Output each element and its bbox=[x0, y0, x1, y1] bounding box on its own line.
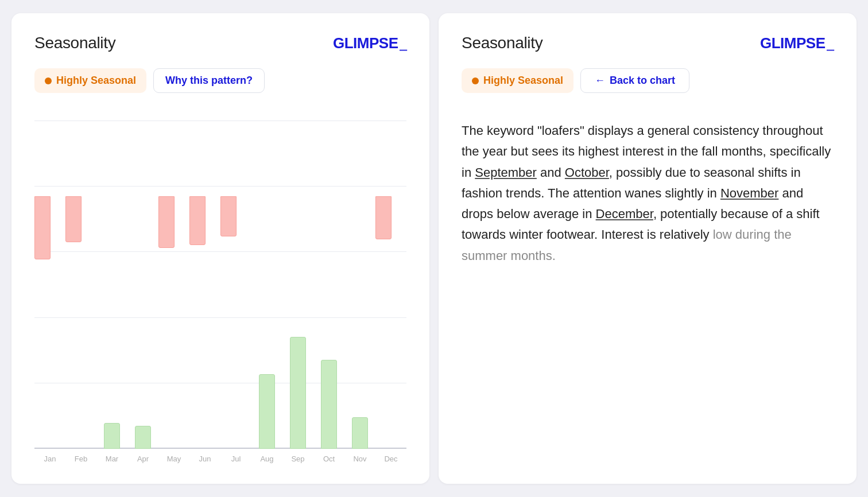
bar bbox=[189, 196, 206, 245]
bar-group bbox=[96, 196, 127, 449]
month-labels: JanFebMarAprMayJunJulAugSepOctNovDec bbox=[34, 455, 406, 463]
month-label: Apr bbox=[127, 455, 158, 463]
bar-group bbox=[344, 196, 375, 449]
right-seasonal-label: Highly Seasonal bbox=[483, 75, 563, 87]
bar-group bbox=[158, 196, 189, 449]
month-label: Feb bbox=[65, 455, 96, 463]
left-card-title: Seasonality bbox=[34, 34, 115, 52]
bar-group bbox=[127, 196, 158, 449]
bar bbox=[375, 196, 392, 239]
bar-group bbox=[220, 196, 251, 449]
right-glimpse-logo: GLIMPSE⎯ bbox=[760, 34, 834, 52]
bar bbox=[321, 360, 337, 449]
month-label: Jun bbox=[189, 455, 220, 463]
muted-text: low during the summer months. bbox=[462, 227, 792, 262]
right-card: Seasonality GLIMPSE⎯ Highly Seasonal ← B… bbox=[439, 13, 857, 484]
bar-group bbox=[189, 196, 220, 449]
bar-group bbox=[251, 196, 282, 449]
bar bbox=[290, 337, 306, 449]
right-badges-row: Highly Seasonal ← Back to chart bbox=[462, 68, 834, 93]
underline-text: December bbox=[596, 207, 653, 221]
left-card-header: Seasonality GLIMPSE⎯ bbox=[34, 34, 406, 52]
bar-group bbox=[34, 196, 65, 449]
month-label: Oct bbox=[313, 455, 344, 463]
right-card-header: Seasonality GLIMPSE⎯ bbox=[462, 34, 834, 52]
bar bbox=[158, 196, 175, 248]
right-card-title: Seasonality bbox=[462, 34, 542, 52]
bar-group bbox=[282, 196, 313, 449]
underline-text: November bbox=[720, 186, 778, 200]
month-label: Dec bbox=[375, 455, 406, 463]
chart-area: JanFebMarAprMayJunJulAugSepOctNovDec bbox=[34, 109, 406, 463]
bar-group bbox=[313, 196, 344, 449]
month-label: Aug bbox=[251, 455, 282, 463]
bar bbox=[135, 426, 151, 449]
right-seasonal-badge: Highly Seasonal bbox=[462, 68, 574, 93]
month-label: Nov bbox=[344, 455, 375, 463]
bar bbox=[65, 196, 82, 242]
left-seasonal-badge: Highly Seasonal bbox=[34, 68, 146, 93]
bars-container bbox=[34, 196, 406, 449]
right-seasonal-dot bbox=[472, 77, 479, 84]
left-glimpse-logo: GLIMPSE⎯ bbox=[333, 34, 406, 52]
month-label: Sep bbox=[282, 455, 313, 463]
why-pattern-label: Why this pattern? bbox=[165, 75, 253, 87]
back-to-chart-label: Back to chart bbox=[610, 75, 675, 87]
bar bbox=[104, 423, 120, 449]
left-badges-row: Highly Seasonal Why this pattern? bbox=[34, 68, 406, 93]
left-card: Seasonality GLIMPSE⎯ Highly Seasonal Why… bbox=[11, 13, 429, 484]
bar bbox=[352, 417, 368, 449]
seasonal-dot bbox=[45, 77, 52, 84]
grid-line-2 bbox=[34, 186, 406, 187]
month-label: Jul bbox=[220, 455, 251, 463]
bar-group bbox=[65, 196, 96, 449]
why-pattern-button[interactable]: Why this pattern? bbox=[153, 68, 265, 93]
bar bbox=[34, 196, 51, 259]
bar-group bbox=[375, 196, 406, 449]
bar bbox=[220, 196, 237, 236]
bar bbox=[259, 374, 275, 449]
month-label: May bbox=[158, 455, 189, 463]
grid-line-1 bbox=[34, 121, 406, 121]
description-text: The keyword "loafers" displays a general… bbox=[462, 121, 834, 266]
month-label: Jan bbox=[34, 455, 65, 463]
month-label: Mar bbox=[96, 455, 127, 463]
description-panel: The keyword "loafers" displays a general… bbox=[462, 109, 834, 463]
underline-text: September bbox=[475, 165, 537, 180]
left-seasonal-label: Highly Seasonal bbox=[56, 75, 136, 87]
underline-text: October bbox=[565, 165, 609, 180]
back-arrow-icon: ← bbox=[595, 75, 605, 87]
chart-inner bbox=[34, 121, 406, 449]
back-to-chart-button[interactable]: ← Back to chart bbox=[580, 68, 689, 93]
page-container: Seasonality GLIMPSE⎯ Highly Seasonal Why… bbox=[0, 0, 868, 497]
